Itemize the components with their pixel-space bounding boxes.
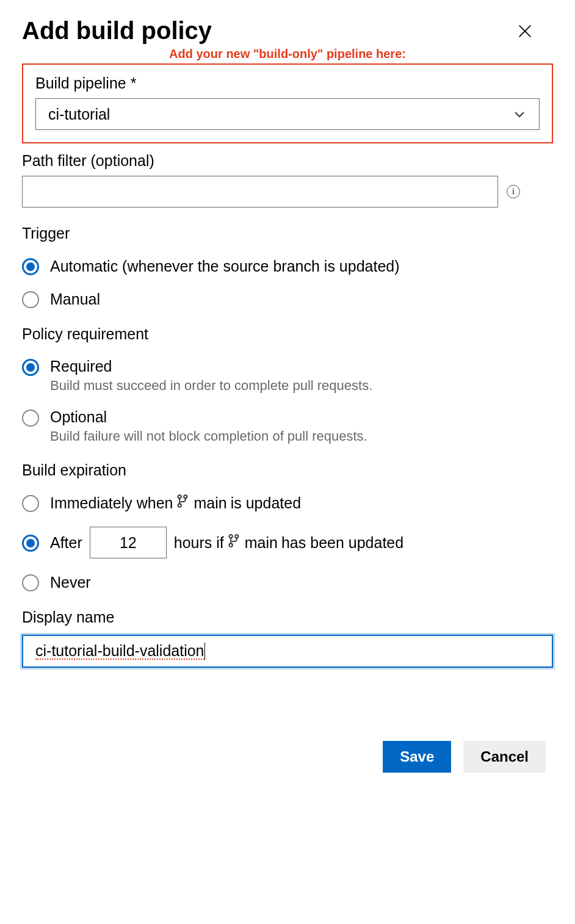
save-button[interactable]: Save (383, 741, 451, 773)
policy-optional-desc: Build failure will not block completion … (50, 428, 367, 444)
expiration-after-mid: hours if (174, 534, 224, 552)
svg-point-3 (184, 495, 187, 498)
build-pipeline-highlight: Build pipeline * ci-tutorial (22, 63, 553, 143)
annotation-text: Add your new "build-only" pipeline here: (22, 47, 553, 61)
expiration-after-post: has been updated (281, 534, 403, 552)
svg-point-2 (178, 495, 181, 498)
build-expiration-label: Build expiration (22, 461, 553, 479)
radio-icon (22, 535, 39, 552)
expiration-immediately-post: is updated (231, 494, 301, 512)
svg-point-7 (229, 544, 232, 547)
close-button[interactable] (515, 21, 535, 41)
display-name-label: Display name (22, 608, 553, 626)
display-name-value: ci-tutorial-build-validation (35, 643, 204, 660)
trigger-manual-label: Manual (50, 291, 100, 308)
branch-name: main (193, 494, 226, 512)
policy-optional-label: Optional (50, 408, 367, 426)
svg-point-6 (235, 535, 238, 538)
branch-name: main (245, 534, 278, 552)
trigger-label: Trigger (22, 225, 553, 242)
expiration-hours-input[interactable] (90, 527, 167, 558)
policy-option-optional[interactable]: Optional Build failure will not block co… (22, 408, 553, 444)
radio-icon (22, 410, 39, 427)
policy-required-desc: Build must succeed in order to complete … (50, 378, 372, 394)
policy-requirement-label: Policy requirement (22, 325, 553, 343)
radio-icon (22, 258, 39, 275)
page-title: Add build policy (22, 17, 212, 45)
build-pipeline-label: Build pipeline * (35, 74, 540, 92)
expiration-option-after[interactable]: After hours if main has been updated (22, 527, 553, 558)
info-icon[interactable]: i (507, 185, 520, 198)
policy-required-label: Required (50, 358, 372, 375)
radio-icon (22, 574, 39, 591)
trigger-option-automatic[interactable]: Automatic (whenever the source branch is… (22, 257, 553, 275)
svg-point-4 (178, 504, 181, 507)
text-caret (204, 643, 205, 660)
expiration-after-pre: After (50, 534, 82, 552)
radio-icon (22, 495, 39, 512)
close-icon (516, 23, 533, 40)
cancel-button[interactable]: Cancel (463, 741, 546, 773)
build-pipeline-select[interactable]: ci-tutorial (35, 98, 540, 130)
expiration-immediately-pre: Immediately when (50, 494, 173, 512)
expiration-option-never[interactable]: Never (22, 573, 553, 591)
trigger-automatic-label: Automatic (whenever the source branch is… (50, 258, 400, 275)
svg-point-5 (229, 535, 232, 538)
build-pipeline-value: ci-tutorial (48, 106, 110, 123)
display-name-input[interactable]: ci-tutorial-build-validation (22, 635, 553, 668)
branch-icon (228, 533, 240, 552)
expiration-option-immediately[interactable]: Immediately when main is updated (22, 494, 553, 512)
expiration-never-label: Never (50, 574, 91, 591)
trigger-option-manual[interactable]: Manual (22, 290, 553, 308)
radio-icon (22, 291, 39, 308)
path-filter-input[interactable] (22, 176, 498, 208)
branch-icon (176, 494, 189, 512)
path-filter-label: Path filter (optional) (22, 152, 553, 170)
chevron-down-icon (512, 107, 527, 121)
radio-icon (22, 359, 39, 376)
policy-option-required[interactable]: Required Build must succeed in order to … (22, 358, 553, 394)
